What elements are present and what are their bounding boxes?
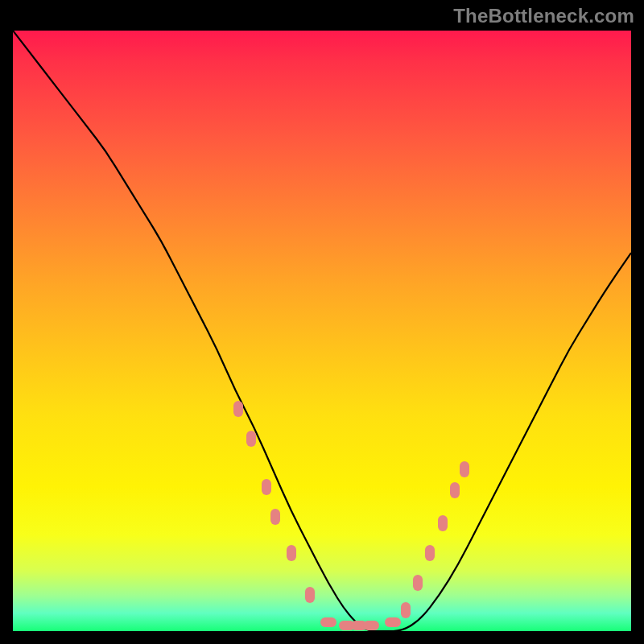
curve-marker xyxy=(413,575,423,591)
curve-marker xyxy=(401,602,411,618)
curve-marker xyxy=(425,545,435,561)
watermark-text: TheBottleneck.com xyxy=(453,5,634,27)
curve-marker xyxy=(305,587,315,603)
curve-marker xyxy=(262,479,271,495)
curve-marker xyxy=(363,621,379,630)
curve-marker xyxy=(233,401,243,417)
curve-marker xyxy=(270,509,280,525)
chart-plot-area xyxy=(13,31,631,631)
curve-markers-group xyxy=(13,31,631,631)
curve-marker xyxy=(339,621,355,630)
curve-marker xyxy=(320,617,336,627)
curve-marker xyxy=(460,461,469,477)
curve-marker xyxy=(450,482,460,498)
curve-marker xyxy=(351,621,367,630)
curve-marker xyxy=(438,515,448,531)
curve-marker xyxy=(246,431,256,447)
curve-marker xyxy=(287,545,296,561)
bottleneck-curve xyxy=(13,31,631,631)
curve-marker xyxy=(385,617,401,627)
